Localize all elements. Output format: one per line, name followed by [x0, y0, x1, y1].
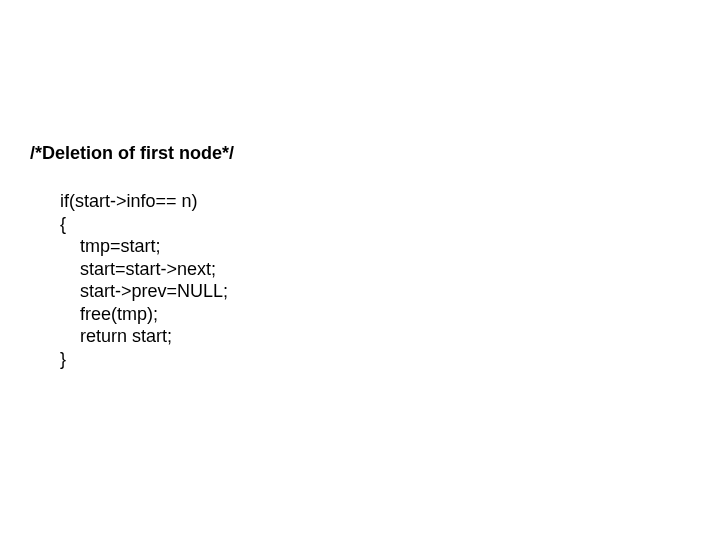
slide: /*Deletion of first node*/ if(start->inf…	[0, 0, 720, 540]
code-snippet: if(start->info== n) { tmp=start; start=s…	[60, 190, 228, 370]
slide-heading: /*Deletion of first node*/	[30, 143, 234, 165]
